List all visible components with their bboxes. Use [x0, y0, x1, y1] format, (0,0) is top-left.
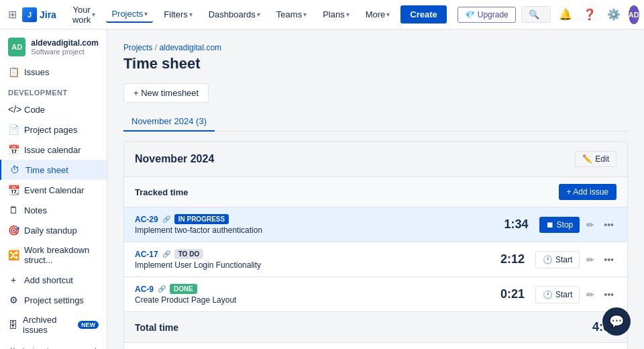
sidebar-item-label: Project pages — [24, 125, 78, 135]
start-button[interactable]: 🕐 Start — [535, 286, 580, 303]
more-options-button[interactable]: ••• — [601, 217, 616, 233]
dashboards-nav[interactable]: Dashboards ▾ — [203, 7, 266, 22]
new-timesheet-button[interactable]: + New timesheet — [123, 83, 209, 103]
chevron-down-icon: ▾ — [257, 11, 260, 18]
link-icon: 🔗 — [162, 215, 170, 223]
help-button[interactable]: ❓ — [580, 5, 599, 23]
breadcrumb: Projects / aldevadigital.com — [123, 43, 628, 52]
page-title: Time sheet — [123, 55, 628, 72]
clock-icon: 🕐 — [543, 255, 553, 264]
sidebar-item-label: Daily standup — [24, 226, 77, 236]
link-icon: 🔗 — [162, 250, 170, 258]
jira-logo[interactable]: J Jira — [22, 7, 56, 22]
issue-info: AC-9 🔗 DONE Create Product Page Layout — [135, 284, 491, 305]
breadcrumb-project-name[interactable]: aldevadigital.com — [159, 43, 221, 52]
upgrade-icon: 💎 — [465, 10, 475, 19]
issue-row: AC-29 🔗 IN PROGRESS Implement two-factor… — [124, 207, 627, 242]
sidebar-item-code[interactable]: </> Code — [0, 99, 107, 119]
more-nav[interactable]: More ▾ — [360, 7, 396, 22]
issue-time: 0:21 — [491, 287, 525, 301]
code-icon: </> — [8, 104, 19, 115]
tracked-time-header: Tracked time + Add issue — [124, 177, 627, 207]
chevron-down-icon: ▾ — [303, 11, 307, 18]
notifications-button[interactable]: 🔔 — [556, 5, 575, 23]
upgrade-button[interactable]: 💎 Upgrade — [458, 7, 516, 23]
more-options-button[interactable]: ••• — [601, 252, 616, 268]
breadcrumb-projects[interactable]: Projects — [123, 43, 152, 52]
sidebar-item-notes[interactable]: 🗒 Notes — [0, 200, 107, 220]
issue-actions: ⏹ Stop ✏ ••• — [539, 217, 616, 233]
avatar[interactable]: AD — [629, 5, 639, 24]
sidebar-item-issue-calendar[interactable]: 📅 Issue calendar — [0, 140, 107, 160]
notes-icon: 🗒 — [8, 205, 19, 215]
timesheet-card-title: November 2024 — [135, 153, 214, 165]
edit-icon: ✏️ — [582, 154, 592, 164]
issue-time: 1:34 — [495, 217, 529, 232]
status-badge: TO DO — [174, 249, 203, 259]
edit-issue-button[interactable]: ✏ — [584, 217, 597, 233]
sidebar-item-work-breakdown[interactable]: 🔀 Work breakdown struct... — [0, 240, 107, 270]
teams-nav[interactable]: Teams ▾ — [271, 7, 312, 22]
total-row: Total time 4:07 — [124, 312, 627, 343]
jira-logo-icon: J — [22, 7, 37, 22]
issue-info: AC-29 🔗 IN PROGRESS Implement two-factor… — [135, 214, 495, 235]
create-button[interactable]: Create — [400, 5, 446, 23]
stop-button[interactable]: ⏹ Stop — [539, 217, 580, 233]
standup-icon: 🎯 — [8, 225, 19, 236]
new-badge: NEW — [78, 321, 99, 329]
chevron-down-icon: ▾ — [144, 10, 148, 17]
edit-button[interactable]: ✏️ Edit — [575, 151, 616, 167]
issue-title: Create Product Page Layout — [135, 295, 491, 305]
sidebar-project-name: aldevadigital.com — [31, 38, 99, 48]
sidebar-item-add-shortcut[interactable]: + Add shortcut — [0, 270, 107, 290]
settings-button[interactable]: ⚙️ — [604, 5, 623, 23]
timesheet-card-header: November 2024 ✏️ Edit — [124, 142, 627, 177]
issue-actions: 🕐 Start ✏ ••• — [535, 251, 616, 268]
tracked-label: Tracked time — [135, 187, 189, 197]
issue-id[interactable]: AC-9 — [135, 285, 154, 294]
timesheet-card: November 2024 ✏️ Edit Tracked time + Add… — [123, 141, 628, 349]
sidebar-item-archived-issues[interactable]: 🗄 Archived issues NEW — [0, 310, 107, 340]
projects-nav[interactable]: Projects ▾ — [106, 6, 153, 23]
your-work-nav[interactable]: Your work ▾ — [67, 2, 101, 28]
sidebar: AD aldevadigital.com Software project 📋 … — [0, 30, 107, 349]
chevron-down-icon: ▾ — [189, 11, 193, 18]
status-badge: IN PROGRESS — [174, 214, 229, 224]
sidebar-footer: You're in a team-managed project Learn m… — [0, 340, 107, 349]
sidebar-section-development: DEVELOPMENT — [0, 82, 107, 99]
add-shortcut-icon: + — [8, 275, 19, 285]
issue-id[interactable]: AC-29 — [135, 215, 158, 224]
sidebar-item-label: Code — [24, 105, 45, 115]
plans-nav[interactable]: Plans ▾ — [317, 7, 355, 22]
more-options-button[interactable]: ••• — [601, 287, 616, 303]
edit-issue-button[interactable]: ✏ — [584, 252, 597, 268]
issue-info: AC-17 🔗 TO DO Implement User Login Funct… — [135, 249, 491, 270]
download-row: Download: to Excel (csv) — [124, 343, 627, 349]
event-calendar-icon: 📆 — [8, 185, 19, 195]
grid-icon[interactable]: ⊞ — [8, 8, 17, 21]
sidebar-item-label: Notes — [24, 205, 47, 215]
sidebar-item-issues[interactable]: 📋 Issues — [0, 62, 107, 82]
search-box[interactable]: 🔍 — [521, 6, 551, 23]
issue-id[interactable]: AC-17 — [135, 250, 158, 259]
issue-meta: AC-17 🔗 TO DO — [135, 249, 491, 259]
jira-logo-text: Jira — [40, 9, 56, 20]
sidebar-item-project-pages[interactable]: 📄 Project pages — [0, 119, 107, 140]
tab-bar: November 2024 (3) — [123, 112, 628, 132]
main-content: Projects / aldevadigital.com Time sheet … — [107, 30, 644, 349]
sidebar-item-label: Event Calendar — [24, 185, 85, 195]
sidebar-item-time-sheet[interactable]: ⏱ Time sheet — [0, 160, 107, 180]
start-button[interactable]: 🕐 Start — [535, 251, 580, 268]
tab-november-2024[interactable]: November 2024 (3) — [123, 112, 215, 132]
edit-issue-button[interactable]: ✏ — [584, 287, 597, 303]
sidebar-item-daily-standup[interactable]: 🎯 Daily standup — [0, 220, 107, 240]
sidebar-item-label: Work breakdown struct... — [24, 245, 99, 265]
sidebar-avatar: AD — [8, 38, 25, 56]
filters-nav[interactable]: Filters ▾ — [158, 7, 197, 22]
stop-icon: ⏹ — [546, 220, 554, 230]
sidebar-item-project-settings[interactable]: ⚙ Project settings — [0, 290, 107, 310]
sidebar-item-event-calendar[interactable]: 📆 Event Calendar — [0, 180, 107, 200]
add-issue-button[interactable]: + Add issue — [559, 184, 616, 200]
chat-fab[interactable]: 💬 — [602, 307, 631, 336]
work-breakdown-icon: 🔀 — [8, 250, 19, 260]
